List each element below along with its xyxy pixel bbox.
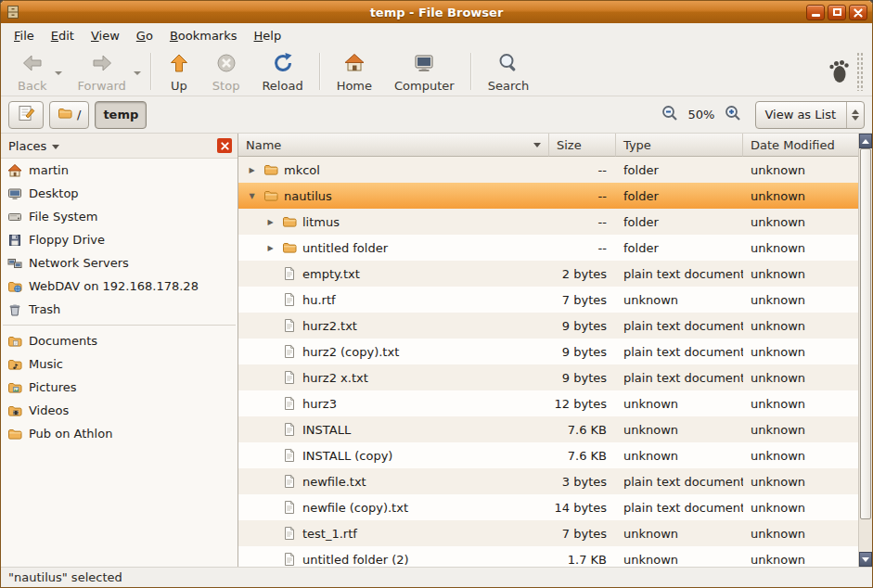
table-row[interactable]: hurz2 (copy).txt 9 bytes plain text docu… bbox=[238, 339, 858, 364]
row-name: nautilus bbox=[284, 189, 332, 203]
table-row[interactable]: newfile (copy).txt 14 bytes plain text d… bbox=[238, 494, 858, 520]
table-row[interactable]: newfile.txt 3 bytes plain text document … bbox=[238, 468, 858, 494]
row-expander[interactable]: ▶ bbox=[264, 218, 276, 226]
back-arrow-icon bbox=[21, 52, 44, 78]
forward-history-dropdown[interactable] bbox=[131, 55, 144, 88]
close-button[interactable] bbox=[849, 5, 867, 20]
date-cell: unknown bbox=[743, 157, 858, 183]
forward-button[interactable]: Forward bbox=[67, 49, 137, 95]
scroll-up-button[interactable] bbox=[859, 134, 872, 148]
sidebar-item-videos[interactable]: Videos bbox=[1, 399, 238, 422]
toolbar-separator bbox=[319, 53, 321, 90]
menu-help[interactable]: Help bbox=[246, 25, 290, 46]
table-row[interactable]: ▶ mkcol -- folder unknown bbox=[238, 157, 858, 183]
row-expander[interactable]: ▶ bbox=[246, 166, 258, 174]
sidebar-item-pub[interactable]: Pub on Athlon bbox=[1, 422, 238, 445]
view-mode-combo[interactable]: View as List bbox=[755, 101, 865, 129]
table-row[interactable]: hurz2.txt 9 bytes plain text document un… bbox=[238, 313, 858, 339]
name-cell: newfile.txt bbox=[238, 468, 549, 494]
sidebar-item-webdav[interactable]: WebDAV on 192.168.178.28 bbox=[1, 275, 238, 298]
sidebar-item-home[interactable]: martin bbox=[1, 159, 238, 182]
back-history-dropdown[interactable] bbox=[52, 55, 65, 88]
scrollbar-trough[interactable] bbox=[859, 148, 872, 552]
column-header-date-modified[interactable]: Date Modified bbox=[743, 134, 858, 157]
name-cell: empty.txt bbox=[238, 261, 549, 287]
edit-location-icon bbox=[17, 104, 35, 125]
row-name: newfile (copy).txt bbox=[302, 501, 408, 515]
sidebar-item-floppy[interactable]: Floppy Drive bbox=[1, 228, 238, 251]
computer-button[interactable]: Computer bbox=[383, 49, 466, 95]
statusbar: "nautilus" selected bbox=[1, 567, 872, 587]
file-list-view: Name Size Type Date Modified ▶ mkcol -- … bbox=[238, 134, 872, 567]
sidebar-item-filesystem[interactable]: File System bbox=[1, 205, 238, 228]
date-cell: unknown bbox=[743, 235, 858, 261]
size-cell: -- bbox=[549, 235, 616, 261]
table-row[interactable]: ▶ untitled folder -- folder unknown bbox=[238, 235, 858, 261]
menu-bookmarks[interactable]: Bookmarks bbox=[161, 25, 246, 46]
places-header[interactable]: Places bbox=[1, 134, 238, 159]
row-expander[interactable]: ▶ bbox=[264, 244, 276, 252]
date-cell: unknown bbox=[743, 287, 858, 313]
gnome-foot-icon bbox=[828, 58, 849, 84]
reload-button[interactable]: Reload bbox=[250, 49, 314, 95]
menu-file[interactable]: File bbox=[6, 25, 43, 46]
sidebar-item-trash[interactable]: Trash bbox=[1, 298, 238, 321]
table-row[interactable]: INSTALL (copy) 7.6 KB unknown unknown bbox=[238, 442, 858, 468]
titlebar[interactable]: temp - File Browser bbox=[1, 1, 872, 23]
folder-icon bbox=[282, 214, 297, 229]
path-button-root[interactable]: / bbox=[49, 101, 89, 129]
row-name: hurz2.txt bbox=[302, 319, 357, 333]
location-edit-toggle-button[interactable] bbox=[8, 101, 44, 129]
sidebar-item-music[interactable]: Music bbox=[1, 352, 238, 376]
search-icon bbox=[497, 52, 520, 78]
name-cell: hurz2 (copy).txt bbox=[238, 339, 549, 364]
home-button[interactable]: Home bbox=[326, 49, 383, 95]
scroll-down-button[interactable] bbox=[859, 552, 872, 567]
minimize-button[interactable] bbox=[806, 5, 825, 20]
column-header-type[interactable]: Type bbox=[616, 134, 743, 157]
table-row[interactable]: ▼ nautilus -- folder unknown bbox=[238, 183, 858, 209]
window-controls bbox=[806, 5, 867, 20]
table-row[interactable]: ▶ litmus -- folder unknown bbox=[238, 209, 858, 235]
zoom-out-button[interactable] bbox=[659, 103, 681, 126]
menu-view[interactable]: View bbox=[83, 25, 128, 46]
sidebar-item-pictures[interactable]: Pictures bbox=[1, 376, 238, 399]
close-sidebar-button[interactable] bbox=[217, 138, 232, 153]
vertical-scrollbar[interactable] bbox=[858, 134, 872, 567]
size-cell: 12 bytes bbox=[549, 390, 616, 416]
sidebar-item-network[interactable]: Network Servers bbox=[1, 251, 238, 275]
scrollbar-thumb[interactable] bbox=[860, 148, 871, 519]
text-file-icon bbox=[282, 526, 297, 541]
up-button[interactable]: Up bbox=[157, 49, 201, 95]
sidebar-item-documents[interactable]: Documents bbox=[1, 329, 238, 352]
row-name: untitled folder (2) bbox=[302, 553, 409, 567]
table-row[interactable]: test_1.rtf 7 bytes unknown unknown bbox=[238, 520, 858, 546]
menu-go[interactable]: Go bbox=[128, 25, 161, 46]
date-cell: unknown bbox=[743, 442, 858, 468]
sidebar-item-desktop[interactable]: Desktop bbox=[1, 182, 238, 205]
zoom-in-button[interactable] bbox=[722, 103, 744, 126]
content-area: Places martin Desktop File System Floppy… bbox=[1, 134, 872, 567]
type-cell: plain text document bbox=[616, 494, 743, 520]
home-folder-icon bbox=[7, 163, 22, 178]
maximize-button[interactable] bbox=[828, 5, 846, 20]
search-button[interactable]: Search bbox=[477, 49, 541, 95]
table-row[interactable]: hurz2 x.txt 9 bytes plain text document … bbox=[238, 364, 858, 390]
toolbar-grip-handle[interactable] bbox=[856, 52, 865, 91]
text-file-icon bbox=[282, 474, 297, 489]
path-button-current[interactable]: temp bbox=[95, 101, 147, 129]
column-header-name[interactable]: Name bbox=[238, 134, 549, 157]
column-header-size[interactable]: Size bbox=[549, 134, 616, 157]
back-button[interactable]: Back bbox=[6, 49, 58, 95]
row-expander[interactable]: ▼ bbox=[246, 192, 258, 200]
table-row[interactable]: hu.rtf 7 bytes unknown unknown bbox=[238, 287, 858, 313]
table-row[interactable]: hurz3 12 bytes unknown unknown bbox=[238, 390, 858, 416]
size-cell: 7 bytes bbox=[549, 520, 616, 546]
table-row[interactable]: untitled folder (2) 1.7 KB unknown unkno… bbox=[238, 546, 858, 567]
table-row[interactable]: INSTALL 7.6 KB unknown unknown bbox=[238, 416, 858, 442]
up-arrow-icon bbox=[168, 52, 190, 78]
table-row[interactable]: empty.txt 2 bytes plain text document un… bbox=[238, 261, 858, 287]
menubar: File Edit View Go Bookmarks Help bbox=[1, 23, 872, 47]
menu-edit[interactable]: Edit bbox=[43, 25, 83, 46]
stop-button[interactable]: Stop bbox=[201, 49, 251, 95]
